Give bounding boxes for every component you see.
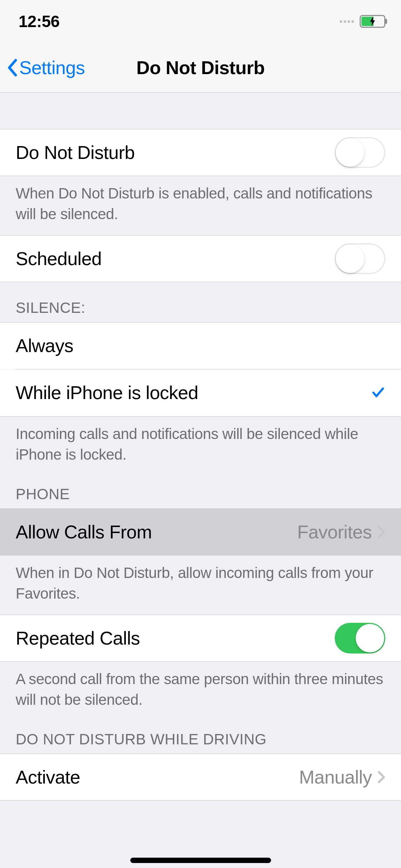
- activate-row[interactable]: Activate Manually: [0, 754, 401, 801]
- do-not-disturb-row: Do Not Disturb: [0, 129, 401, 176]
- allow-calls-from-value: Favorites: [297, 521, 372, 543]
- do-not-disturb-footer: When Do Not Disturb is enabled, calls an…: [0, 176, 401, 235]
- activate-value: Manually: [299, 766, 372, 788]
- silence-footer: Incoming calls and notifications will be…: [0, 417, 401, 476]
- silence-always-label: Always: [16, 335, 73, 356]
- phone-header: PHONE: [0, 476, 401, 508]
- navigation-bar: Settings Do Not Disturb: [0, 43, 401, 93]
- chevron-left-icon: [7, 59, 17, 77]
- activate-label: Activate: [16, 766, 80, 788]
- silence-always-row[interactable]: Always: [0, 322, 401, 369]
- allow-calls-from-label: Allow Calls From: [16, 521, 152, 543]
- allow-calls-from-footer: When in Do Not Disturb, allow incoming c…: [0, 556, 401, 615]
- scheduled-toggle[interactable]: [335, 243, 385, 274]
- signal-indicator: [340, 20, 354, 23]
- status-time: 12:56: [19, 12, 60, 31]
- chevron-right-icon: [377, 526, 385, 538]
- page-title: Do Not Disturb: [137, 57, 265, 78]
- repeated-calls-label: Repeated Calls: [16, 627, 140, 649]
- silence-while-locked-label: While iPhone is locked: [16, 382, 198, 403]
- silence-header: SILENCE:: [0, 282, 401, 322]
- silence-while-locked-row[interactable]: While iPhone is locked: [0, 370, 401, 417]
- battery-icon: [360, 15, 385, 28]
- do-not-disturb-toggle[interactable]: [335, 137, 385, 168]
- allow-calls-from-row[interactable]: Allow Calls From Favorites: [0, 508, 401, 556]
- checkmark-icon: [371, 386, 385, 400]
- repeated-calls-toggle[interactable]: [335, 623, 385, 653]
- content: Do Not Disturb When Do Not Disturb is en…: [0, 93, 401, 868]
- back-button[interactable]: Settings: [0, 57, 85, 78]
- repeated-calls-footer: A second call from the same person withi…: [0, 662, 401, 721]
- scheduled-label: Scheduled: [16, 248, 102, 269]
- chevron-right-icon: [377, 771, 385, 784]
- status-bar: 12:56: [0, 0, 401, 43]
- back-label: Settings: [19, 57, 85, 78]
- scheduled-row: Scheduled: [0, 235, 401, 282]
- status-right: [340, 15, 385, 28]
- driving-header: DO NOT DISTURB WHILE DRIVING: [0, 721, 401, 754]
- do-not-disturb-label: Do Not Disturb: [16, 142, 135, 163]
- repeated-calls-row: Repeated Calls: [0, 615, 401, 662]
- home-indicator[interactable]: [130, 858, 271, 863]
